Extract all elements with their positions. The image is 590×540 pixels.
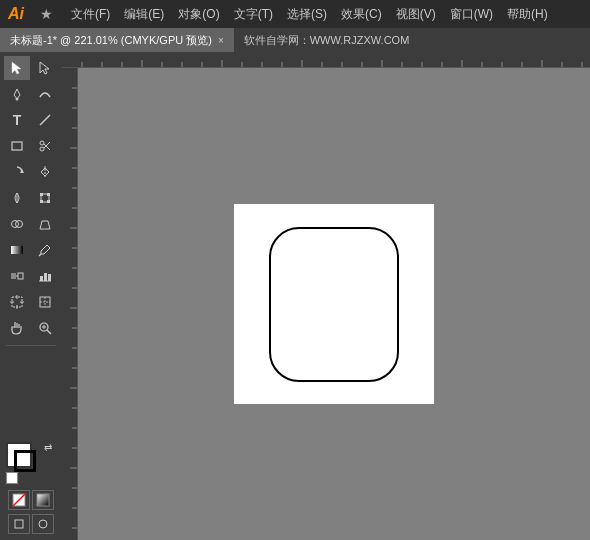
svg-rect-73 xyxy=(62,68,78,540)
color-mode-row xyxy=(8,490,54,510)
tool-row-selection xyxy=(0,56,62,80)
active-tab[interactable]: 未标题-1* @ 221.01% (CMYK/GPU 预览) × xyxy=(0,28,234,52)
change-screen-mode-button[interactable] xyxy=(32,514,54,534)
gradient-tool[interactable] xyxy=(4,238,30,262)
svg-rect-13 xyxy=(40,193,43,196)
svg-rect-46 xyxy=(62,52,590,68)
slice-tool[interactable] xyxy=(32,290,58,314)
gradient-mode-button[interactable] xyxy=(32,490,54,510)
pen-tool[interactable] xyxy=(4,82,30,106)
svg-line-38 xyxy=(47,330,51,334)
svg-rect-20 xyxy=(11,246,23,254)
tool-row-hand xyxy=(0,316,62,340)
tool-row-pen xyxy=(0,82,62,106)
shape-container xyxy=(254,219,414,389)
menu-view[interactable]: 视图(V) xyxy=(390,4,442,25)
perspective-tool[interactable] xyxy=(32,212,58,236)
tool-row-blend xyxy=(0,264,62,288)
artboard[interactable] xyxy=(234,204,434,404)
width-tool[interactable] xyxy=(4,186,30,210)
stroke-indicator[interactable] xyxy=(14,450,36,472)
reset-colors-icon[interactable] xyxy=(6,472,18,484)
svg-rect-15 xyxy=(40,200,43,203)
menu-object[interactable]: 对象(O) xyxy=(172,4,225,25)
inactive-tab[interactable]: 软件自学网：WWW.RJZXW.COM xyxy=(234,28,420,52)
tool-row-warp xyxy=(0,186,62,210)
tab-bar: 未标题-1* @ 221.01% (CMYK/GPU 预览) × 软件自学网：W… xyxy=(0,28,590,52)
tool-row-gradient xyxy=(0,238,62,262)
direct-select-tool[interactable] xyxy=(32,56,58,80)
svg-rect-44 xyxy=(15,520,23,528)
inactive-tab-label: 软件自学网：WWW.RJZXW.COM xyxy=(244,33,410,48)
line-tool[interactable] xyxy=(32,108,58,132)
view-mode-row xyxy=(8,514,54,534)
svg-point-6 xyxy=(40,147,44,151)
svg-rect-4 xyxy=(12,142,22,150)
toolbar: T xyxy=(0,52,62,540)
svg-rect-22 xyxy=(11,273,16,279)
tool-row-transform xyxy=(0,160,62,184)
svg-rect-27 xyxy=(48,274,51,281)
star-icon: ★ xyxy=(40,6,53,22)
color-mode-button[interactable] xyxy=(8,490,30,510)
svg-marker-1 xyxy=(40,62,49,74)
menu-edit[interactable]: 编辑(E) xyxy=(118,4,170,25)
title-bar: Ai ★ 文件(F) 编辑(E) 对象(O) 文字(T) 选择(S) 效果(C)… xyxy=(0,0,590,28)
svg-rect-16 xyxy=(47,200,50,203)
shape-builder-tool[interactable] xyxy=(4,212,30,236)
color-swatches: ⇄ xyxy=(6,442,56,486)
menu-text[interactable]: 文字(T) xyxy=(228,4,279,25)
column-graph-tool[interactable] xyxy=(32,264,58,288)
type-tool[interactable]: T xyxy=(4,108,30,132)
tool-row-type: T xyxy=(0,108,62,132)
blend-tool[interactable] xyxy=(4,264,30,288)
reflect-tool[interactable] xyxy=(32,160,58,184)
select-tool[interactable] xyxy=(4,56,30,80)
menu-bar: 文件(F) 编辑(E) 对象(O) 文字(T) 选择(S) 效果(C) 视图(V… xyxy=(65,4,554,25)
canvas-background xyxy=(144,94,524,514)
tab-close-button[interactable]: × xyxy=(218,35,224,46)
svg-marker-19 xyxy=(40,221,50,229)
rectangle-tool[interactable] xyxy=(4,134,30,158)
tool-row-shapebuilder xyxy=(0,212,62,236)
tool-row-artboard xyxy=(0,290,62,314)
color-section: ⇄ xyxy=(6,442,56,540)
canvas-area[interactable] xyxy=(62,52,590,540)
svg-marker-0 xyxy=(12,62,21,74)
svg-point-2 xyxy=(16,98,19,101)
menu-effect[interactable]: 效果(C) xyxy=(335,4,388,25)
active-tab-label: 未标题-1* @ 221.01% (CMYK/GPU 预览) xyxy=(10,33,212,48)
tool-row-shape xyxy=(0,134,62,158)
main-area: T xyxy=(0,52,590,540)
svg-rect-25 xyxy=(40,276,43,281)
svg-line-21 xyxy=(39,254,41,256)
eyedropper-tool[interactable] xyxy=(32,238,58,262)
zoom-tool[interactable] xyxy=(32,316,58,340)
view-mode-button[interactable] xyxy=(8,514,30,534)
scissors-tool[interactable] xyxy=(32,134,58,158)
svg-rect-26 xyxy=(44,273,47,281)
ruler-horizontal xyxy=(62,52,590,68)
svg-line-3 xyxy=(40,115,50,125)
artboard-tool[interactable] xyxy=(4,290,30,314)
svg-rect-14 xyxy=(47,193,50,196)
free-transform-tool[interactable] xyxy=(32,186,58,210)
menu-help[interactable]: 帮助(H) xyxy=(501,4,554,25)
svg-point-45 xyxy=(39,520,47,528)
svg-point-5 xyxy=(40,141,44,145)
ruler-vertical xyxy=(62,68,78,540)
toolbar-divider xyxy=(6,345,56,346)
rounded-rectangle-shape[interactable] xyxy=(269,227,399,382)
menu-file[interactable]: 文件(F) xyxy=(65,4,116,25)
menu-select[interactable]: 选择(S) xyxy=(281,4,333,25)
hand-tool[interactable] xyxy=(4,316,30,340)
rotate-tool[interactable] xyxy=(4,160,30,184)
menu-window[interactable]: 窗口(W) xyxy=(444,4,499,25)
app-logo: Ai xyxy=(8,5,32,23)
svg-rect-43 xyxy=(37,494,49,506)
svg-rect-23 xyxy=(18,273,23,279)
swap-colors-icon[interactable]: ⇄ xyxy=(44,442,56,454)
curvature-tool[interactable] xyxy=(32,82,58,106)
